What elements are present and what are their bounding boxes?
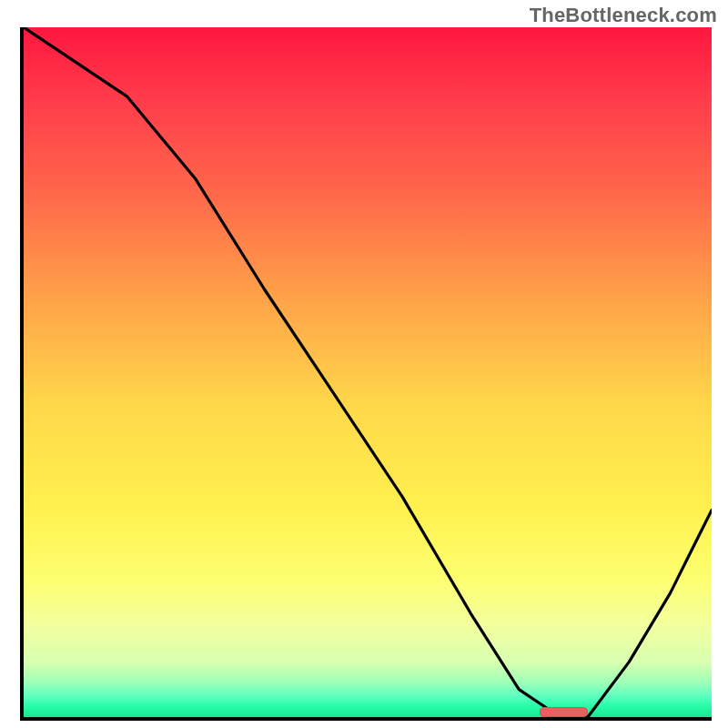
chart-container: TheBottleneck.com xyxy=(0,0,728,728)
optimal-range-marker xyxy=(540,707,588,717)
bottleneck-curve xyxy=(24,27,712,717)
watermark-text: TheBottleneck.com xyxy=(530,4,717,27)
curve-path xyxy=(24,27,712,717)
plot-area xyxy=(20,27,712,721)
